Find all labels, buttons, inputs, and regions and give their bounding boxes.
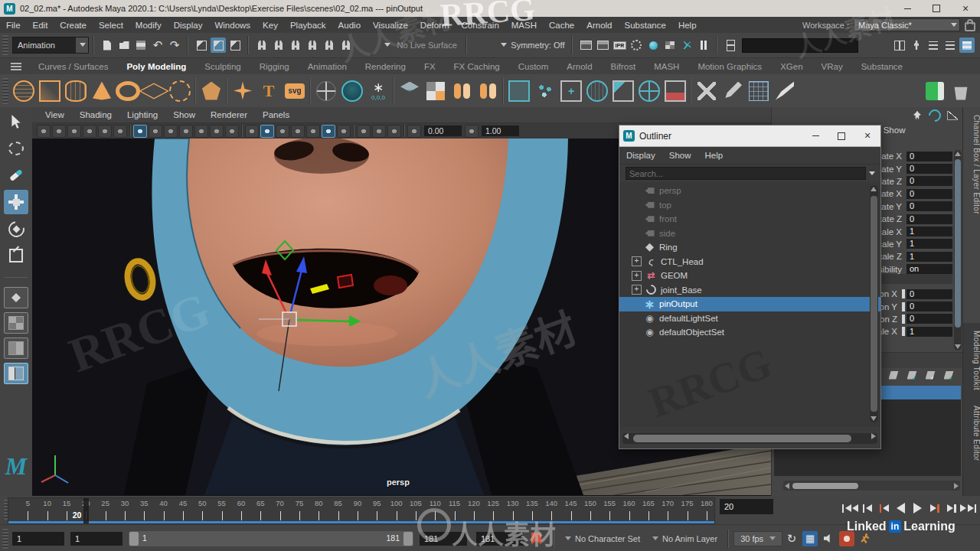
channel-value-field[interactable]: 0	[906, 314, 952, 324]
maximize-button[interactable]	[828, 126, 854, 146]
exposure-icon[interactable]	[407, 125, 421, 138]
outliner-item-front[interactable]: front	[619, 212, 880, 227]
scale-tool[interactable]	[4, 243, 28, 268]
step-back-frame-button[interactable]	[859, 498, 875, 518]
tool-settings-toggle-icon[interactable]	[926, 37, 941, 53]
scroll-right-icon[interactable]	[954, 483, 959, 489]
shelf-construction-axes-icon[interactable]	[314, 79, 338, 103]
viewport-menu-shading[interactable]: Shading	[73, 110, 119, 119]
new-scene-icon[interactable]	[100, 37, 115, 53]
grid-toggle-icon[interactable]	[133, 125, 147, 138]
menu-constrain[interactable]: Constrain	[456, 21, 505, 30]
layer-select-icon[interactable]	[887, 369, 900, 381]
profiler-graph-icon[interactable]	[946, 109, 959, 121]
maximize-button[interactable]	[922, 0, 951, 17]
save-scene-icon[interactable]	[133, 37, 149, 53]
shelf-tab-sculpting[interactable]: Sculpting	[195, 62, 250, 71]
menu-cache[interactable]: Cache	[543, 21, 580, 30]
shelf-mirror-geometry-icon[interactable]	[449, 79, 474, 103]
expand-icon[interactable]	[632, 271, 642, 281]
outliner-item-persp[interactable]: persp	[619, 184, 880, 198]
render-current-frame-icon[interactable]	[595, 37, 610, 53]
render-settings-icon[interactable]	[629, 37, 644, 53]
shelf-uv-editor-icon[interactable]	[746, 79, 771, 103]
outliner-window[interactable]: M Outliner DisplayShowHelp persptopfront…	[619, 125, 881, 449]
shelf-grid-layout-icon[interactable]	[423, 79, 448, 103]
wireframe-icon[interactable]	[245, 125, 259, 138]
xray-icon[interactable]	[372, 125, 386, 138]
chevron-down-icon[interactable]	[501, 43, 507, 50]
playback-end-field[interactable]: 181	[420, 532, 467, 546]
hypershade-icon[interactable]	[645, 37, 661, 53]
shaded-icon[interactable]	[260, 125, 274, 138]
menu-key[interactable]: Key	[256, 21, 284, 30]
create-bookmark-icon[interactable]	[531, 533, 541, 545]
chevron-down-icon[interactable]	[869, 171, 875, 178]
lock-icon[interactable]	[965, 22, 975, 31]
outliner-item-ring[interactable]: Ring	[619, 240, 880, 255]
playback-speed-icon[interactable]	[929, 109, 941, 121]
ipr-render-icon[interactable]: IPR	[612, 37, 627, 53]
close-button[interactable]	[951, 0, 980, 17]
xray-joints-icon[interactable]	[387, 125, 401, 138]
shelf-tab-rendering[interactable]: Rendering	[356, 62, 415, 71]
scrollbar-thumb[interactable]	[792, 483, 858, 489]
menu-edit[interactable]: Edit	[27, 21, 54, 30]
snap-to-projected-center-icon[interactable]	[305, 37, 320, 53]
select-hierarchy-icon[interactable]	[194, 37, 209, 53]
gamma-icon[interactable]	[465, 125, 479, 138]
playblast-icon[interactable]	[802, 531, 818, 546]
shelf-poly-cube-icon[interactable]	[38, 79, 62, 103]
outliner-item-joint_base[interactable]: joint_Base	[619, 283, 880, 298]
outliner-menu-show[interactable]: Show	[662, 151, 698, 160]
expand-icon[interactable]	[632, 256, 642, 266]
textured-icon[interactable]	[276, 125, 289, 138]
shelf-duplicate-mesh-icon[interactable]	[559, 79, 583, 103]
new-layer-from-selected-icon[interactable]	[942, 369, 956, 381]
shelf-tab-xgen[interactable]: XGen	[771, 62, 812, 71]
menu-select[interactable]: Select	[93, 21, 129, 30]
shelf-tab-bifrost[interactable]: Bifrost	[602, 62, 645, 71]
snap-to-grid-icon[interactable]	[254, 37, 270, 53]
snap-to-view-plane-icon[interactable]	[322, 37, 337, 53]
shelf-tab-arnold[interactable]: Arnold	[557, 62, 601, 71]
shelf-wrap-sphere-icon[interactable]	[585, 79, 609, 103]
shelf-combine-mesh-icon[interactable]	[507, 79, 531, 103]
animation-end-field[interactable]: 181	[476, 532, 524, 546]
menu-windows[interactable]: Windows	[208, 21, 256, 30]
channel-value-field[interactable]: 0	[906, 152, 952, 161]
workspace-dropdown[interactable]: Maya Classic*	[854, 18, 960, 31]
loop-playback-icon[interactable]	[784, 531, 799, 546]
scrollbar-thumb[interactable]	[871, 196, 877, 412]
safe-action-icon[interactable]	[210, 125, 224, 138]
outliner-item-top[interactable]: top	[619, 198, 880, 213]
shelf-poly-plane-icon[interactable]	[142, 79, 166, 103]
pause-evaluation-icon[interactable]	[696, 37, 711, 53]
channel-box-toggle-icon[interactable]	[959, 37, 975, 53]
shelf-poly-cylinder-icon[interactable]	[64, 79, 88, 103]
range-handle-right[interactable]	[403, 532, 413, 546]
scroll-left-icon[interactable]	[624, 433, 629, 439]
sidebar-tab-channel-box-layer-editor[interactable]: Channel Box / Layer Editor	[963, 107, 980, 323]
outliner-title-bar[interactable]: M Outliner	[619, 126, 880, 147]
play-backwards-button[interactable]	[893, 498, 909, 518]
quick-selection-input[interactable]	[742, 38, 858, 53]
shelf-platonic-solid-icon[interactable]	[199, 79, 224, 103]
outliner-search-input[interactable]	[626, 167, 866, 180]
motion-blur-icon[interactable]	[337, 125, 351, 138]
channel-value-field[interactable]: on	[906, 264, 952, 274]
shelf-poly-disc-icon[interactable]	[168, 79, 192, 103]
occlusion-icon[interactable]	[322, 125, 335, 138]
menu-display[interactable]: Display	[168, 21, 209, 30]
shelf-poly-sphere-icon[interactable]	[11, 79, 36, 103]
shelf-delete-history-icon[interactable]	[694, 79, 719, 103]
step-back-key-button[interactable]	[876, 498, 892, 518]
current-time-field[interactable]: 20	[720, 499, 773, 514]
shelf-tab-fx-caching[interactable]: FX Caching	[445, 62, 509, 71]
expand-icon[interactable]	[632, 285, 642, 295]
layout-four-pane[interactable]	[4, 312, 28, 334]
layout-two-pane[interactable]	[4, 337, 28, 359]
shelf-tab-mash[interactable]: MASH	[645, 62, 688, 71]
use-all-lights-icon[interactable]	[291, 125, 305, 138]
shelf-poly-torus-icon[interactable]	[116, 79, 140, 103]
